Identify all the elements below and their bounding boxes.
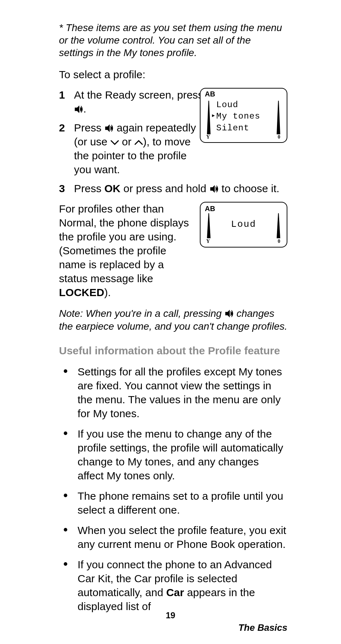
battery-bar-right-icon xyxy=(277,213,280,238)
para-text-a: For profiles other than Normal, the phon… xyxy=(59,203,189,284)
battery-label: 0 xyxy=(278,134,280,140)
car-label: Car xyxy=(166,586,184,598)
step-text: Press xyxy=(74,122,104,134)
step-text: Press xyxy=(74,183,104,194)
sound-key-icon xyxy=(209,185,219,193)
step-number: 3 xyxy=(59,181,74,195)
signal-bar-left-icon xyxy=(207,101,211,134)
intro-text: To select a profile: xyxy=(59,68,287,81)
signal-label: Y xyxy=(206,238,210,245)
list-item: If you use the menu to change any of the… xyxy=(59,427,287,483)
phone-mockup-profile-list: AB Y 0 ▸ Loud My tones Silent xyxy=(200,88,287,143)
step-number: 1 xyxy=(59,88,74,116)
list-item: If you connect the phone to an Advanced … xyxy=(59,558,287,613)
manual-page: * These items are as you set them using … xyxy=(0,0,341,644)
screen-header-ab: AB xyxy=(205,90,215,98)
note-text: Note: When you're in a call, pressing ch… xyxy=(59,307,287,333)
step-text-mid: or press and hold xyxy=(120,183,209,194)
section-footer: The Basics xyxy=(238,622,287,633)
battery-label: 0 xyxy=(278,238,280,245)
profile-item-loud: Loud xyxy=(216,99,260,111)
up-arrow-icon xyxy=(134,140,143,145)
footnote-text: * These items are as you set them using … xyxy=(59,21,287,59)
locked-label: LOCKED xyxy=(59,286,104,298)
profile-display-note: AB Y 0 Loud For profiles other than Norm… xyxy=(59,202,287,299)
page-number: 19 xyxy=(0,610,341,620)
sound-key-icon xyxy=(224,310,234,318)
list-item: Settings for all the profiles except My … xyxy=(59,365,287,420)
para-text-b: ). xyxy=(104,286,111,298)
step-text-end: . xyxy=(83,103,86,115)
profile-item-silent: Silent xyxy=(216,123,260,134)
step-text-or: or xyxy=(119,136,134,148)
down-arrow-icon xyxy=(110,140,119,145)
list-item: When you select the profile feature, you… xyxy=(59,523,287,551)
ok-label: OK xyxy=(104,183,120,194)
step-text-post: to choose it. xyxy=(219,183,280,194)
signal-label: Y xyxy=(206,134,210,140)
pointer-icon: ▸ xyxy=(211,111,216,120)
step-number: 2 xyxy=(59,121,74,176)
sound-key-icon xyxy=(74,105,83,113)
sound-key-icon xyxy=(104,124,114,132)
section-heading: Useful information about the Profile fea… xyxy=(59,345,287,357)
note-pre: Note: When you're in a call, pressing xyxy=(59,308,224,319)
bullet-list: Settings for all the profiles except My … xyxy=(59,365,287,613)
profile-list: Loud My tones Silent xyxy=(216,99,260,134)
active-profile-label: Loud xyxy=(231,219,256,231)
step-text: At the Ready screen, press xyxy=(74,89,203,101)
phone-mockup-profile-active: AB Y 0 Loud xyxy=(200,202,287,248)
ordered-steps: AB Y 0 ▸ Loud My tones Silent 1 At the R… xyxy=(59,88,287,195)
list-item: The phone remains set to a profile until… xyxy=(59,489,287,517)
step-3: 3 Press OK or press and hold to choose i… xyxy=(59,181,287,195)
battery-bar-right-icon xyxy=(277,101,280,134)
screen-header-ab: AB xyxy=(205,204,215,213)
profile-item-mytones: My tones xyxy=(216,111,260,122)
signal-bar-left-icon xyxy=(207,213,211,238)
